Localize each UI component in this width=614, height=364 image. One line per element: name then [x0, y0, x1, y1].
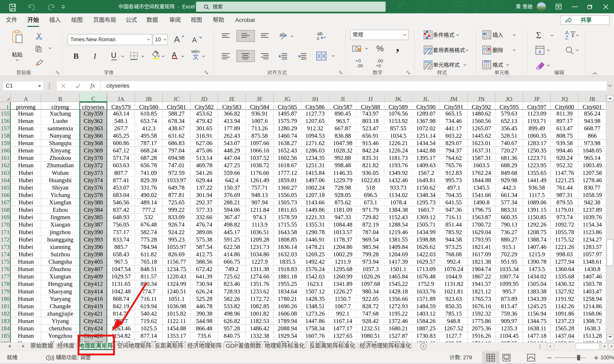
svg-text:I: I [93, 52, 97, 60]
svg-text:Z: Z [565, 35, 568, 40]
svg-text:U: U [111, 51, 116, 60]
svg-text:.00: .00 [377, 59, 383, 63]
svg-text:0: 0 [358, 59, 361, 63]
svg-text:Σ: Σ [536, 31, 541, 40]
svg-text:%: % [376, 44, 384, 52]
svg-text:B: B [73, 52, 78, 60]
svg-text:文: 文 [193, 53, 199, 60]
svg-text:A: A [192, 36, 197, 44]
svg-text:A: A [174, 35, 180, 44]
svg-text:A: A [172, 51, 177, 59]
svg-text:c: c [317, 35, 319, 41]
svg-text:,: , [396, 42, 399, 53]
svg-text:.00: .00 [357, 63, 363, 68]
svg-text:0: 0 [379, 63, 381, 68]
svg-text:wén: wén [191, 49, 199, 54]
